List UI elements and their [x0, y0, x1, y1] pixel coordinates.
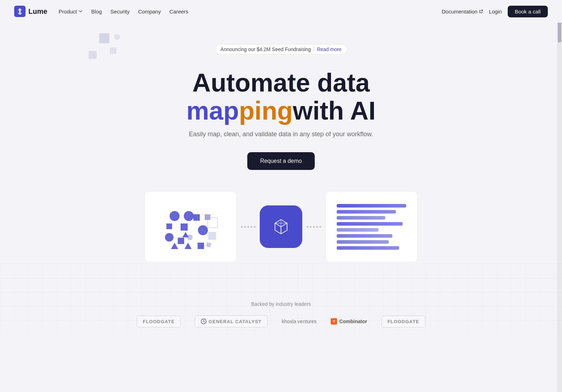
- nav-docs[interactable]: Documentation: [442, 9, 483, 15]
- svg-marker-17: [182, 232, 189, 237]
- nav-login[interactable]: Login: [489, 9, 502, 15]
- svg-point-6: [184, 211, 194, 221]
- svg-rect-21: [208, 232, 216, 240]
- dot: [254, 226, 255, 228]
- investor-floodgate-1: FLOODGATE: [137, 316, 181, 327]
- shapes-panel: [144, 191, 237, 262]
- lines-container: [332, 200, 411, 254]
- dot: [244, 226, 246, 228]
- logo[interactable]: Lume: [14, 6, 47, 17]
- nav-links: Product Blog Security Company Careers: [59, 9, 188, 15]
- svg-marker-18: [171, 243, 178, 249]
- hero-title-line2: mapping with AI: [186, 97, 375, 125]
- request-demo-button[interactable]: Request a demo: [247, 152, 314, 170]
- svg-rect-16: [206, 242, 211, 248]
- backed-label: Backed by industry leaders: [7, 301, 555, 307]
- navbar: Lume Product Blog Security Company Caree…: [0, 0, 562, 23]
- dot: [250, 226, 252, 228]
- svg-rect-1: [99, 33, 109, 43]
- nav-company[interactable]: Company: [138, 9, 161, 15]
- data-line: [337, 216, 385, 220]
- visual-section: [128, 191, 434, 262]
- dot: [310, 226, 312, 228]
- data-line: [337, 234, 392, 238]
- dot: [241, 226, 243, 228]
- right-connector: [302, 226, 325, 228]
- nav-blog[interactable]: Blog: [91, 9, 102, 15]
- logo-text: Lume: [28, 7, 47, 16]
- dot: [316, 226, 318, 228]
- gc-icon: [201, 319, 206, 324]
- dot: [247, 226, 249, 228]
- announcement-text: Announcing our $4.2M Seed Fundraising: [221, 46, 311, 52]
- center-icon-wrapper: [260, 205, 302, 248]
- backed-section: Backed by industry leaders FLOODGATE GEN…: [0, 287, 562, 335]
- svg-rect-12: [178, 238, 184, 244]
- announcement-banner: Announcing our $4.2M Seed Fundraising Re…: [215, 44, 348, 55]
- data-line: [337, 246, 399, 250]
- hero-section: Announcing our $4.2M Seed Fundraising Re…: [0, 23, 562, 276]
- investor-floodgate-2: FLOODGATE: [381, 316, 425, 327]
- nav-careers[interactable]: Careers: [169, 9, 188, 15]
- svg-rect-10: [166, 223, 172, 229]
- hero-title-line1: Automate data: [186, 69, 375, 97]
- hero-title: Automate data mapping with AI: [186, 69, 375, 125]
- svg-text:Y: Y: [333, 320, 335, 324]
- nav-left: Lume Product Blog Security Company Caree…: [14, 6, 188, 17]
- svg-point-5: [170, 211, 180, 221]
- svg-rect-13: [193, 214, 200, 221]
- book-call-button[interactable]: Book a call: [508, 6, 548, 17]
- hero-subtitle: Easily map, clean, and validate data in …: [189, 131, 373, 138]
- svg-rect-3: [110, 48, 116, 54]
- external-link-icon: [479, 9, 483, 13]
- center-icon-panel: [260, 205, 302, 248]
- chevron-down-icon: [78, 9, 83, 13]
- announcement-divider: [314, 47, 314, 52]
- hero-map-blue: map: [186, 97, 239, 125]
- hero-map-orange: ping: [239, 97, 293, 125]
- dot: [313, 226, 315, 228]
- hero-deco-left: [78, 30, 149, 122]
- data-line: [337, 228, 379, 232]
- data-line: [337, 210, 396, 214]
- svg-point-9: [198, 225, 208, 235]
- svg-point-4: [114, 34, 120, 40]
- svg-rect-2: [89, 51, 97, 59]
- dot: [307, 226, 308, 228]
- svg-marker-19: [184, 243, 192, 249]
- data-lines-panel: [325, 191, 418, 262]
- investor-yc: Y Combinator: [331, 318, 367, 325]
- data-line: [337, 240, 389, 244]
- investor-khosla: khosla ventures: [282, 319, 316, 324]
- nav-right: Documentation Login Book a call: [442, 6, 548, 17]
- svg-point-7: [165, 233, 173, 242]
- center-logo-svg: [269, 214, 293, 239]
- investor-general-catalyst: GENERAL CATALYST: [195, 315, 268, 327]
- shapes-svg: [151, 197, 230, 257]
- logo-icon: [14, 6, 26, 17]
- left-connector: [237, 226, 260, 228]
- investors-row: FLOODGATE GENERAL CATALYST khosla ventur…: [7, 315, 555, 327]
- data-line: [337, 204, 406, 208]
- data-line: [337, 222, 403, 226]
- nav-security[interactable]: Security: [110, 9, 130, 15]
- svg-rect-11: [181, 223, 188, 231]
- dot: [319, 226, 321, 228]
- yc-logo: Y: [331, 318, 337, 325]
- hero-title-rest: with AI: [293, 97, 375, 125]
- nav-product[interactable]: Product: [59, 9, 83, 15]
- svg-rect-14: [198, 243, 204, 249]
- announcement-link[interactable]: Read more: [317, 46, 341, 52]
